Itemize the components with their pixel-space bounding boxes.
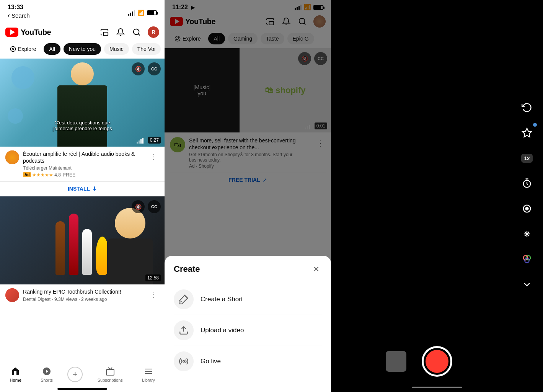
scroll-area-1[interactable]: C'est deux questions que j'aimerais pren… [0,59,165,351]
mute-btn-1[interactable]: 🔇 [132,62,145,75]
effects-icon[interactable] [519,124,535,141]
video-sub-1: Télécharger Maintenant [23,165,145,171]
decoration-circle-1 [11,66,34,89]
effects-notification-dot [533,123,537,127]
channel-avatar2-1 [5,288,19,302]
mute-btn-2[interactable]: 🔇 [132,200,145,213]
svg-line-11 [184,295,188,299]
nav-library-1[interactable]: Library [137,364,160,385]
video-meta-2: Ranking my EPIC Toothbrush Collection!! … [23,288,145,302]
nav-home-1[interactable]: Home [5,364,26,385]
person-silhouette [115,208,153,284]
phone2: 11:22 ▶ 📶 YouTube [165,0,331,392]
cc-btn-2[interactable]: CC [148,200,161,213]
timer-tool-icon[interactable] [519,175,535,192]
ad-badge-1: Ad ★★★★★ 4.8 FREE [23,172,75,178]
video-thumb-2[interactable]: 🔇 CC 12:58 [0,196,165,284]
svg-point-28 [525,258,529,263]
create-modal: Create ✕ Create a Short [165,256,331,392]
color-filter-icon[interactable] [519,251,535,268]
nav-subscriptions-1[interactable]: Subscriptions [93,364,127,385]
chip-music-1[interactable]: Music [104,43,129,55]
create-short-item[interactable]: Create a Short [174,284,322,315]
speed-badge: 1x [521,154,533,163]
chip-all-1[interactable]: All [44,43,60,55]
svg-rect-0 [103,32,108,36]
status-time-1: 13:33 [8,4,30,11]
home-indicator-1 [57,388,107,390]
thumb-person-1 [44,62,121,147]
status-icons-1: 📶 [128,10,157,16]
search-icon-1[interactable] [132,27,142,37]
video-card-1: C'est deux questions que j'aimerais pren… [0,59,165,196]
yt-header-icons-1: R [99,26,159,38]
video-title-1: Écouter amplifie le réel | Audible audio… [23,150,145,164]
magic-wand-icon[interactable] [519,225,535,242]
more-btn-1[interactable]: ⋮ [148,150,159,163]
nav-plus-1[interactable]: + [67,367,83,382]
video-title-2: Ranking my EPIC Toothbrush Collection!! [23,288,145,295]
cast-icon-1[interactable] [99,27,109,37]
cc-btn-1[interactable]: CC [148,62,161,75]
go-live-label: Go live [201,358,221,365]
toothbrush-items [55,206,109,275]
svg-marker-17 [522,128,531,137]
create-short-icon [174,289,194,309]
svg-point-21 [527,208,527,209]
nav-library-label-1: Library [142,378,155,382]
modal-title: Create [174,264,200,274]
camera-home-indicator [412,387,462,388]
go-live-item[interactable]: Go live [174,346,322,377]
flip-camera-icon[interactable] [519,99,535,116]
signal-icon-1 [128,10,135,16]
chip-new-to-you-1[interactable]: New to you [64,43,101,55]
video-thumb-1[interactable]: C'est deux questions que j'aimerais pren… [0,59,165,147]
bottom-nav-1: Home Shorts + Subscriptions [0,360,165,392]
nav-shorts-1[interactable]: Shorts [36,364,57,385]
filter-icon[interactable] [519,200,535,217]
subscriptions-icon-1 [105,366,115,376]
nav-home-label-1: Home [10,378,21,382]
record-button[interactable] [422,346,452,377]
more-btn-2[interactable]: ⋮ [148,288,159,301]
more-tools-icon[interactable] [519,276,535,293]
duration-2: 12:58 [145,274,161,281]
video-info-2: Ranking my EPIC Toothbrush Collection!! … [0,284,165,306]
phone3-camera: ✕ Add sound 15s [331,0,543,392]
overlay-icons-1: 🔇 CC [132,62,161,75]
back-button-1[interactable]: ‹ Search [8,11,30,22]
modal-close-btn[interactable]: ✕ [310,263,322,275]
go-live-icon [174,351,194,371]
svg-marker-4 [12,48,14,50]
channel-avatar-1 [5,150,19,164]
video-meta-1: Écouter amplifie le réel | Audible audio… [23,150,145,178]
svg-line-2 [138,34,140,35]
nav-subscriptions-label-1: Subscriptions [98,378,123,382]
gallery-thumbnail[interactable] [386,351,406,372]
create-short-label: Create a Short [201,296,243,303]
video-sub-2: Dental Digest · 9.3M views · 2 weeks ago [23,297,145,302]
wifi-icon-1: 📶 [137,10,145,16]
back-label-1: Search [11,12,30,19]
upload-video-icon [174,320,194,340]
phone1: 13:33 ‹ Search 📶 YouTube [0,0,165,392]
svg-rect-5 [106,369,114,375]
battery-icon-1 [147,10,157,15]
overlay-icons-2: 🔇 CC [132,200,161,213]
bell-icon-1[interactable] [116,27,126,37]
install-btn-1[interactable]: INSTALL ⬇ [0,181,165,196]
channel-avatar-img-1 [5,150,19,164]
chip-explore-1[interactable]: Explore [5,43,41,55]
spacer [468,351,488,372]
avatar-1[interactable]: R [148,26,159,38]
upload-video-item[interactable]: Upload a video [174,315,322,346]
channel-avatar2-img-1 [5,288,19,302]
status-bar-1: 13:33 ‹ Search 📶 [0,0,165,24]
chip-thevoi-1[interactable]: The Voi [132,43,161,55]
duration-1: 0:27 [148,137,161,144]
speed-icon[interactable]: 1x [519,150,535,167]
quality-bars-1 [137,138,143,144]
yt-logo-text-1: YouTube [21,28,51,37]
camera-right-tools: 1x [519,99,535,293]
download-icon-1: ⬇ [92,186,97,192]
